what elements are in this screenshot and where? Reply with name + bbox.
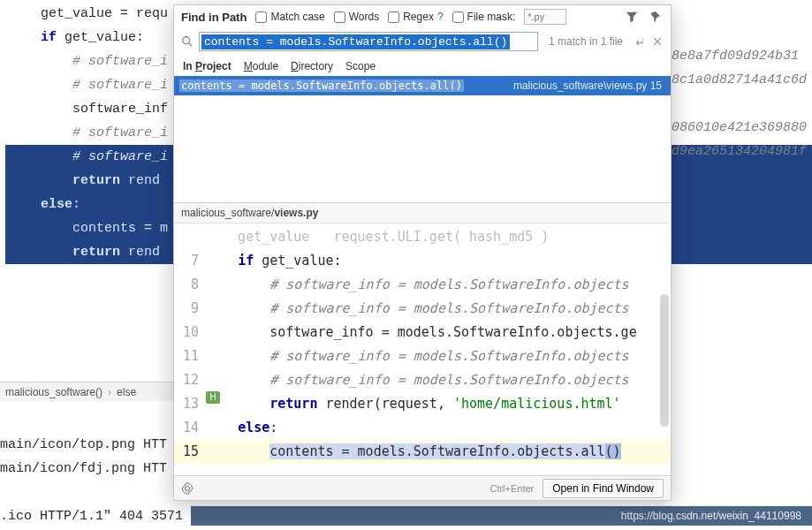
tab-scope[interactable]: Scope <box>345 60 376 72</box>
hash-tail-1: 8e8a7fd09d924b31 <box>672 49 799 64</box>
breadcrumb-item-b[interactable]: else <box>117 386 136 398</box>
preview-scrollbar[interactable] <box>660 294 669 427</box>
fip-search-row: contents = models.SoftwareInfo.objects.a… <box>174 28 671 55</box>
fip-scope-tabs: In Project Module Directory Scope <box>174 55 671 76</box>
file-mask-checkbox[interactable]: File mask: <box>452 11 516 23</box>
svg-line-1 <box>189 43 193 47</box>
file-mask-input[interactable] <box>524 9 566 25</box>
result-text: contents = models.SoftwareInfo.objects.a… <box>179 80 464 92</box>
close-icon[interactable] <box>651 35 664 48</box>
hash-tail-2: 8c1a0d82714a41c6d <box>672 72 807 87</box>
newline-icon[interactable] <box>634 35 646 48</box>
words-box[interactable] <box>334 11 345 23</box>
console-log: main/icon/top.png HTT main/icon/fdj.png … <box>0 433 183 528</box>
preview-pane: 789101112131415 get_value request.ULI.ge… <box>174 223 671 475</box>
preview-code[interactable]: get_value request.ULI.get( hash_md5 ) if… <box>206 223 671 475</box>
preview-path-dir: malicious_software/ <box>181 207 274 219</box>
search-input[interactable]: contents = models.SoftwareInfo.objects.a… <box>199 32 538 51</box>
match-case-checkbox[interactable]: Match case <box>255 11 324 23</box>
match-case-box[interactable] <box>255 11 267 23</box>
pin-icon[interactable] <box>648 10 662 24</box>
fip-header: Find in Path Match case Words Regex ? Fi… <box>174 5 671 28</box>
file-mask-box[interactable] <box>452 11 464 23</box>
svg-point-0 <box>183 37 190 44</box>
hash-tail-3: 086010e421e369880 <box>672 120 807 135</box>
search-input-text: contents = models.SoftwareInfo.objects.a… <box>201 34 510 49</box>
fip-title: Find in Path <box>181 11 247 24</box>
match-case-label: Match case <box>270 11 324 23</box>
tab-in-project[interactable]: In Project <box>183 60 231 72</box>
html-file-icon: H <box>206 391 220 404</box>
csdn-url: https://blog.csdn.net/weixin_44110998 <box>621 510 801 522</box>
filter-icon[interactable] <box>625 10 639 24</box>
regex-box[interactable] <box>388 11 399 23</box>
csdn-watermark: https://blog.csdn.net/weixin_44110998 <box>191 506 812 526</box>
file-mask-label: File mask: <box>467 11 516 23</box>
preview-file-path: malicious_software/views.py <box>174 203 671 223</box>
tab-module[interactable]: Module <box>244 60 278 72</box>
preview-path-file: views.py <box>274 207 318 219</box>
regex-help-icon[interactable]: ? <box>437 11 444 23</box>
results-list-empty <box>174 95 671 203</box>
words-label: Words <box>349 11 379 23</box>
breadcrumb[interactable]: malicious_software() › else <box>0 382 173 401</box>
result-path: malicious_software\views.py 15 <box>513 80 662 92</box>
fip-footer: Ctrl+Enter Open in Find Window <box>174 475 671 500</box>
shortcut-hint: Ctrl+Enter <box>489 483 534 494</box>
preview-gutter: 789101112131415 <box>174 223 206 475</box>
regex-label: Regex <box>403 11 434 23</box>
hash-tail-4: d9ea265134204981f <box>672 144 807 159</box>
regex-checkbox[interactable]: Regex ? <box>388 11 443 23</box>
tab-directory[interactable]: Directory <box>291 60 333 72</box>
chevron-right-icon: › <box>108 386 111 398</box>
breadcrumb-item-a[interactable]: malicious_software() <box>5 386 102 398</box>
gear-icon[interactable] <box>181 482 194 495</box>
match-count: 1 match in 1 file <box>543 35 628 48</box>
open-in-find-window-button[interactable]: Open in Find Window <box>543 479 664 498</box>
words-checkbox[interactable]: Words <box>334 11 379 23</box>
search-icon <box>181 35 194 48</box>
find-in-path-dialog: Find in Path Match case Words Regex ? Fi… <box>173 4 672 501</box>
result-row[interactable]: contents = models.SoftwareInfo.objects.a… <box>174 76 671 95</box>
